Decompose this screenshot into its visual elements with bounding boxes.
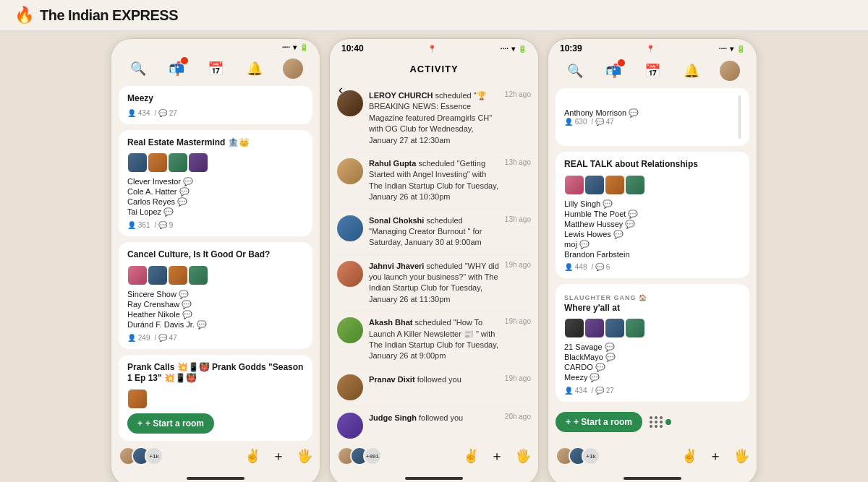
battery-icon: 🔋 [736, 45, 745, 53]
dots-icon [650, 416, 663, 428]
activity-content: Jahnvi Jhaveri scheduled "WHY did you la… [369, 261, 499, 306]
room-title: Where y'all at [564, 303, 741, 314]
dot [660, 421, 663, 423]
status-bar-right: 10:39 📍 ···· ▾ 🔋 [548, 39, 757, 56]
speaker-name: Heather Nikole 💬 [127, 310, 304, 319]
room-card[interactable]: Prank Calls 💥📱👹 Prank Godds "Season 1 Ep… [119, 355, 312, 441]
hand-icon[interactable]: 🖐️ [297, 448, 312, 464]
room-stats: 👤 448 / 💬 6 [564, 263, 741, 271]
activity-avatar [337, 215, 363, 241]
peace-icon[interactable]: ✌️ [681, 448, 697, 464]
activity-text: Sonal Chokshi scheduled "Managing Creato… [369, 215, 499, 249]
humble-the-poet-label: Humble The Poet 💬 [564, 210, 741, 219]
calendar-icon[interactable]: 📅 [642, 61, 663, 81]
speaker-avatar [127, 265, 148, 285]
speaker-name: CARDO 💬 [564, 363, 741, 372]
bottom-icons: ✌️ ＋ 🖐️ [244, 447, 312, 465]
activity-list: LEROY CHURCH scheduled "🏆 BREAKING NEWS:… [330, 82, 538, 441]
signal-icon: ···· [719, 45, 727, 53]
signal-icon: ···· [282, 43, 290, 51]
activity-user: Rahul Gupta [369, 159, 416, 168]
logo-flame-icon: 🔥 [14, 6, 34, 25]
status-time-middle: 10:40 [341, 43, 364, 53]
activity-user: LEROY CHURCH [369, 91, 433, 100]
plus-icon[interactable]: ＋ [490, 447, 503, 465]
dot [655, 425, 658, 428]
home-bar [548, 471, 757, 482]
activity-time: 19h ago [505, 374, 531, 400]
activity-text: Rahul Gupta scheduled "Getting Started w… [369, 158, 499, 203]
dot [655, 416, 658, 419]
peace-icon[interactable]: ✌️ [244, 448, 260, 464]
profile-avatar[interactable] [283, 59, 303, 79]
inbox-icon[interactable]: 📬 [166, 59, 187, 79]
room-card[interactable]: Real Estate Mastermind 🏦👑 Clever Investo… [119, 130, 312, 237]
room-card[interactable]: Cancel Culture, Is It Good Or Bad? Since… [119, 242, 312, 349]
plus-icon[interactable]: ＋ [272, 447, 285, 465]
header: 🔥 The Indian EXPRESS [0, 0, 868, 31]
speaker-name: Matthew Hussey 💬 [564, 220, 741, 229]
inbox-icon[interactable]: 📬 [603, 61, 624, 81]
room-stats: 👤 630 / 💬 47 [564, 118, 639, 126]
peace-icon[interactable]: ✌️ [463, 448, 479, 464]
speaker-avatar [148, 152, 168, 173]
inbox-badge [618, 59, 625, 66]
activity-item: Akash Bhat scheduled "How To Launch A Ki… [337, 311, 531, 369]
room-card[interactable]: REAL TALK about Relationships Lilly Sing… [556, 152, 749, 278]
logo: 🔥 The Indian EXPRESS [14, 6, 178, 25]
home-indicator [187, 477, 244, 480]
speaker-avatar [188, 152, 208, 173]
activity-user: Pranav Dixit [369, 375, 415, 384]
room-stats: 👤 434 / 💬 27 [127, 109, 304, 117]
activity-time: 20h ago [505, 413, 531, 439]
speaker-avatar [564, 318, 584, 338]
speaker-avatar [625, 175, 645, 195]
start-room-button[interactable]: + + Start a room [127, 413, 214, 434]
avatar-stack: +1k [556, 447, 600, 465]
profile-avatar[interactable] [720, 61, 740, 81]
rooms-list-left: Meezy 👤 434 / 💬 27 Real Estate Mastermin… [111, 83, 320, 441]
speaker-avatar [605, 175, 625, 195]
plus-icon[interactable]: ＋ [709, 447, 722, 465]
location-icon: 📍 [646, 45, 655, 53]
activity-avatar [337, 374, 363, 400]
activity-content: Judge Singh followed you [369, 413, 499, 439]
back-button[interactable]: ‹ [339, 82, 343, 98]
phone-right: 10:39 📍 ···· ▾ 🔋 🔍 📬 📅 🔔 [548, 38, 757, 482]
speaker-name: Duránd F. Davis Jr. 💬 [127, 320, 304, 330]
hand-icon[interactable]: 🖐️ [515, 448, 531, 464]
status-bar-middle: 10:40 📍 ···· ▾ 🔋 [330, 39, 538, 56]
room-card[interactable]: Meezy 👤 434 / 💬 27 [119, 86, 312, 124]
logo-text: The Indian EXPRESS [40, 7, 178, 24]
plus-icon: + [137, 418, 142, 429]
calendar-icon[interactable]: 📅 [205, 59, 226, 79]
room-card[interactable]: Anthony Morrison 💬 👤 630 / 💬 47 [556, 88, 749, 146]
room-card[interactable]: SLAUGHTER GANG 🏠 Where y'all at 21 Savag… [556, 284, 749, 403]
phone-left: ···· ▾ 🔋 🔍 📬 📅 🔔 Meez [111, 38, 320, 482]
activity-header-area: ‹ ACTIVITY [330, 56, 538, 82]
hand-icon[interactable]: 🖐️ [733, 448, 749, 464]
section-label: SLAUGHTER GANG 🏠 [564, 291, 741, 303]
activity-avatar [337, 158, 363, 184]
speaker-name: moj 💬 [564, 240, 741, 249]
speaker-name: Lewis Howes 💬 [564, 230, 741, 239]
activity-text: Akash Bhat scheduled "How To Launch A Ki… [369, 317, 499, 362]
search-icon[interactable]: 🔍 [128, 59, 148, 79]
location-icon: 📍 [427, 45, 436, 53]
room-speakers: 21 Savage 💬 BlackMayo 💬 CARDO 💬 Meezy 💬 [564, 343, 741, 382]
scrollbar [739, 95, 741, 139]
start-room-button[interactable]: + + Start a room [556, 412, 642, 432]
bell-icon[interactable]: 🔔 [244, 59, 265, 79]
phone-middle: 10:40 📍 ···· ▾ 🔋 ‹ ACTIVITY [329, 38, 539, 482]
room-title: Meezy [127, 93, 304, 105]
activity-time: 19h ago [505, 317, 531, 362]
phone-container: ···· ▾ 🔋 🔍 📬 📅 🔔 Meez [0, 31, 868, 482]
bell-icon[interactable]: 🔔 [681, 61, 702, 81]
activity-avatar [337, 413, 363, 439]
speaker-name: Meezy 💬 [564, 373, 741, 382]
speaker-avatar [127, 389, 148, 409]
activity-user: Akash Bhat [369, 318, 413, 327]
bottom-bar-middle: +991 ✌️ ＋ 🖐️ [330, 441, 538, 471]
search-icon[interactable]: 🔍 [565, 61, 585, 81]
room-title: REAL TALK about Relationships [564, 159, 741, 171]
